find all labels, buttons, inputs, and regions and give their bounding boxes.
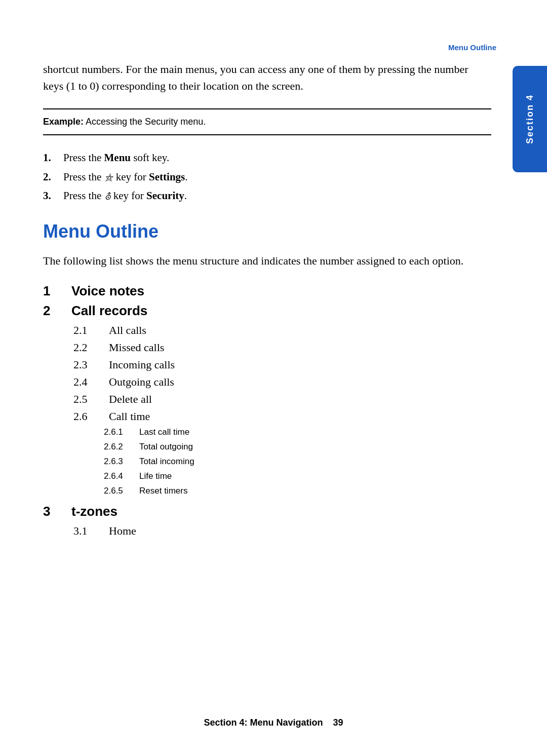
- footer-section-label: Section 4: Menu Navigation: [204, 717, 323, 728]
- steps-list: 1. Press the Menu soft key. 2. Press the…: [43, 149, 491, 205]
- menu-subitem-2-6-5: 2.6.5 Reset timers: [43, 484, 491, 499]
- menu-2-6-label: Call time: [109, 408, 150, 425]
- section-tab-label: Section 4: [525, 94, 535, 144]
- menu-outline-heading: Menu Outline: [43, 221, 491, 242]
- menu-2-num: 2: [43, 303, 59, 319]
- menu-2-6-2-num: 2.6.2: [104, 440, 129, 455]
- menu-outline-desc: The following list shows the menu struct…: [43, 252, 491, 269]
- menu-2-4-num: 2.4: [73, 373, 99, 391]
- example-bold: Example:: [43, 117, 84, 127]
- menu-subitem-2-6: 2.6 Call time: [43, 408, 491, 425]
- menu-2-2-num: 2.2: [73, 339, 99, 356]
- menu-2-6-4-label: Life time: [139, 469, 172, 484]
- menu-2-6-num: 2.6: [73, 408, 99, 425]
- step-1-num: 1.: [43, 149, 51, 167]
- menu-2-5-label: Delete all: [109, 391, 152, 408]
- menu-2-6-5-label: Reset timers: [139, 484, 187, 499]
- section-tab: Section 4: [513, 66, 547, 172]
- menu-section-2: 2 Call records 2.1 All calls 2.2 Missed …: [43, 303, 491, 499]
- menu-subitem-2-1: 2.1 All calls: [43, 322, 491, 339]
- menu-2-3-num: 2.3: [73, 356, 99, 373]
- menu-3-1-num: 3.1: [73, 522, 99, 540]
- menu-2-1-label: All calls: [109, 322, 146, 339]
- menu-subitem-3-1: 3.1 Home: [43, 522, 491, 540]
- menu-2-6-3-num: 2.6.3: [104, 455, 129, 469]
- menu-subitem-2-3: 2.3 Incoming calls: [43, 356, 491, 373]
- menu-1-label: Voice notes: [71, 283, 144, 299]
- menu-subitem-2-6-2: 2.6.2 Total outgoing: [43, 440, 491, 455]
- menu-heading-3: 3 t-zones: [43, 504, 491, 519]
- menu-2-2-label: Missed calls: [109, 339, 164, 356]
- step-2-bold: Settings: [149, 171, 185, 183]
- step-3-bold: Security: [146, 190, 184, 202]
- menu-2-5-num: 2.5: [73, 391, 99, 408]
- footer: Section 4: Menu Navigation 39: [0, 717, 547, 728]
- step-1: 1. Press the Menu soft key.: [43, 149, 491, 167]
- security-key-icon: ⛢: [104, 192, 111, 202]
- menu-2-6-1-num: 2.6.1: [104, 425, 129, 440]
- menu-subitem-2-6-1: 2.6.1 Last call time: [43, 425, 491, 440]
- settings-key-icon: ⛤: [104, 172, 113, 182]
- menu-3-label: t-zones: [71, 504, 118, 519]
- page-header-label: Menu Outline: [448, 43, 496, 52]
- example-body: Accessing the Security menu.: [86, 117, 206, 127]
- step-3-num: 3.: [43, 187, 51, 205]
- example-box: Example: Accessing the Security menu.: [43, 108, 491, 135]
- menu-heading-2: 2 Call records: [43, 303, 491, 319]
- menu-subitem-2-6-4: 2.6.4 Life time: [43, 469, 491, 484]
- menu-2-6-2-label: Total outgoing: [139, 440, 193, 455]
- menu-section-3: 3 t-zones 3.1 Home: [43, 504, 491, 540]
- menu-3-1-label: Home: [109, 522, 136, 540]
- menu-3-num: 3: [43, 504, 59, 519]
- menu-2-4-label: Outgoing calls: [109, 373, 174, 391]
- step-1-bold: Menu: [104, 152, 131, 164]
- menu-2-6-5-num: 2.6.5: [104, 484, 129, 499]
- menu-subitem-2-6-3: 2.6.3 Total incoming: [43, 455, 491, 469]
- menu-section-1: 1 Voice notes: [43, 283, 491, 299]
- menu-2-6-4-num: 2.6.4: [104, 469, 129, 484]
- menu-2-6-3-label: Total incoming: [139, 455, 194, 469]
- main-content: shortcut numbers. For the main menus, yo…: [43, 61, 491, 544]
- menu-subitem-2-2: 2.2 Missed calls: [43, 339, 491, 356]
- menu-2-1-num: 2.1: [73, 322, 99, 339]
- step-2-num: 2.: [43, 169, 51, 186]
- step-3: 3. Press the ⛢ key for Security.: [43, 187, 491, 205]
- step-2: 2. Press the ⛤ key for Settings.: [43, 169, 491, 186]
- menu-heading-1: 1 Voice notes: [43, 283, 491, 299]
- menu-1-num: 1: [43, 283, 59, 299]
- menu-2-label: Call records: [71, 303, 147, 319]
- menu-2-6-1-label: Last call time: [139, 425, 189, 440]
- menu-subitem-2-5: 2.5 Delete all: [43, 391, 491, 408]
- footer-page-number: 39: [333, 717, 343, 728]
- example-label-text: Example: Accessing the Security menu.: [43, 117, 206, 127]
- page: Section 4 Menu Outline shortcut numbers.…: [0, 0, 547, 756]
- menu-subitem-2-4: 2.4 Outgoing calls: [43, 373, 491, 391]
- menu-2-3-label: Incoming calls: [109, 356, 175, 373]
- intro-text: shortcut numbers. For the main menus, yo…: [43, 61, 491, 94]
